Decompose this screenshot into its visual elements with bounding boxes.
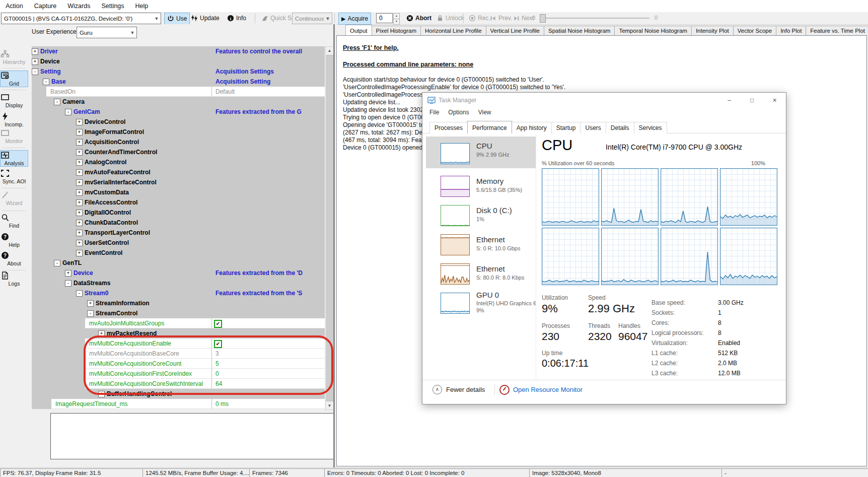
grid-row[interactable]: -Stream0Features extracted from the 'S — [32, 288, 325, 298]
maximize-button[interactable]: □ — [741, 93, 763, 108]
spinner-up-icon[interactable]: ▲ — [393, 13, 400, 19]
grid-row[interactable]: +mvAutoFeatureControl — [32, 167, 325, 177]
grid-row[interactable]: mvMultiCoreAcquisitionCoreCount5 — [32, 359, 325, 369]
collapse-minus-icon[interactable]: - — [43, 79, 49, 85]
rail-item-sync-aoi[interactable]: Sync. AOI — [1, 169, 28, 184]
expand-plus-icon[interactable]: + — [76, 129, 83, 135]
expand-plus-icon[interactable]: + — [98, 330, 105, 337]
property-value-cell[interactable] — [211, 338, 325, 349]
grid-row[interactable]: -BaseAcquisition Setting — [32, 77, 325, 87]
expand-plus-icon[interactable]: + — [87, 300, 94, 307]
rail-item-hierarchy[interactable]: Hierarchy — [1, 49, 28, 65]
grid-row[interactable]: +DigitalIOControl — [32, 208, 325, 218]
tm-menu-options[interactable]: Options — [448, 109, 469, 116]
grid-row[interactable]: +DriverFeatures to control the overall — [32, 46, 325, 56]
tm-sidebar-ethernet[interactable]: EthernetS: 0 R: 10.0 Gbps — [426, 230, 536, 257]
grid-row[interactable]: +StreamInformation — [32, 298, 325, 308]
rail-item-grid[interactable]: Grid — [0, 71, 28, 87]
collapse-minus-icon[interactable]: - — [54, 260, 60, 266]
grid-row[interactable]: +mvPacketResend — [32, 328, 325, 338]
user-experience-select[interactable]: Guru ▼ — [77, 27, 137, 38]
tab-vector-scope[interactable]: Vector Scope — [733, 26, 776, 35]
use-button[interactable]: Use — [164, 13, 190, 25]
collapse-minus-icon[interactable]: - — [65, 109, 71, 115]
expand-plus-icon[interactable]: + — [76, 189, 83, 196]
tab-output[interactable]: Output — [345, 25, 372, 35]
grid-row[interactable]: mvMultiCoreAcquisitionEnable✔ — [32, 338, 325, 349]
tab-temporal-noise-histogram[interactable]: Temporal Noise Histogram — [614, 26, 692, 35]
tm-sidebar-ethernet[interactable]: EthernetS: 80.0 R: 8.0 Kbps — [426, 259, 536, 287]
expand-plus-icon[interactable]: + — [65, 270, 71, 277]
panel-splitter[interactable] — [333, 24, 335, 467]
minimize-button[interactable]: – — [718, 93, 741, 108]
scroll-down-icon[interactable]: ▼ — [326, 402, 333, 410]
device-selector[interactable]: GT000015 | (BVS CA-GT1-0162ZG, DeviceID:… — [1, 13, 161, 24]
task-manager-titlebar[interactable]: Task Manager – □ × — [422, 93, 786, 108]
grid-row[interactable]: +TransportLayerControl — [32, 228, 325, 238]
expand-plus-icon[interactable]: + — [98, 391, 105, 397]
property-value-cell[interactable] — [211, 369, 325, 379]
grid-row[interactable]: +mvCustomData — [32, 187, 325, 197]
rail-item-analysis[interactable]: Analysis — [0, 150, 28, 167]
tm-tab-processes[interactable]: Processes — [429, 122, 468, 133]
image-slider-track[interactable] — [540, 18, 649, 19]
expand-plus-icon[interactable]: + — [76, 250, 83, 256]
collapse-minus-icon[interactable]: - — [65, 280, 71, 287]
grid-row[interactable]: -GenTL — [32, 258, 325, 268]
menu-item-settings[interactable]: Settings — [96, 0, 129, 12]
collapse-minus-icon[interactable]: - — [54, 99, 60, 105]
tm-tab-performance[interactable]: Performance — [467, 121, 512, 133]
acquire-button[interactable]: ▶ Acquire — [338, 13, 371, 25]
expand-plus-icon[interactable]: + — [76, 199, 83, 206]
grid-row[interactable]: +mvSerialInterfaceControl — [32, 177, 325, 187]
menu-item-action[interactable]: Action — [0, 0, 29, 12]
unlock-button[interactable]: Unlock — [434, 13, 467, 24]
tab-info-plot[interactable]: Info Plot — [776, 26, 806, 35]
grid-row[interactable]: mvAutoJoinMulticastGroups✔ — [32, 318, 325, 328]
tab-pixel-histogram[interactable]: Pixel Histogram — [372, 26, 421, 35]
fewer-details-button[interactable]: Fewer details — [446, 386, 485, 393]
grid-row[interactable]: BasedOnDefault — [32, 87, 325, 97]
expand-plus-icon[interactable]: + — [76, 159, 83, 166]
rail-item-about[interactable]: ?About — [1, 251, 28, 266]
grid-row[interactable]: +BufferHandlingControl — [32, 389, 325, 399]
info-button[interactable]: i Info — [225, 13, 249, 24]
expand-plus-icon[interactable]: + — [76, 210, 83, 216]
rail-item-find[interactable]: Find — [1, 213, 28, 229]
tab-intensity-plot[interactable]: Intensity Plot — [691, 26, 734, 35]
property-value-cell[interactable] — [211, 318, 325, 328]
scroll-up-icon[interactable]: ▲ — [326, 47, 333, 54]
tab-spatial-noise-histogram[interactable]: Spatial Noise Histogram — [544, 26, 615, 35]
close-button[interactable]: × — [763, 93, 786, 108]
tm-tab-startup[interactable]: Startup — [551, 122, 581, 133]
property-value-cell[interactable] — [211, 359, 325, 369]
open-resource-monitor-link[interactable]: Open Resource Monitor — [513, 386, 583, 393]
menu-item-help[interactable]: Help — [130, 0, 154, 12]
grid-row[interactable]: +Device — [32, 56, 325, 66]
grid-row[interactable]: -Camera — [32, 97, 325, 107]
acquisition-mode-select[interactable]: Continuous ▼ — [292, 13, 332, 24]
tm-menu-view[interactable]: View — [478, 109, 491, 116]
grid-row[interactable]: -SettingAcquisition Settings — [32, 66, 325, 77]
menu-item-wizards[interactable]: Wizards — [62, 0, 96, 12]
expand-plus-icon[interactable]: + — [76, 119, 83, 125]
checkbox-checked-icon[interactable]: ✔ — [214, 340, 222, 348]
collapse-minus-icon[interactable]: - — [87, 310, 94, 317]
menu-item-capture[interactable]: Capture — [29, 0, 62, 12]
grid-row[interactable]: ImageRequestTimeout_ms0 ms — [32, 399, 325, 409]
scrollbar-thumb[interactable] — [326, 55, 334, 401]
grid-row[interactable]: +EventControl — [32, 248, 325, 258]
grid-row[interactable]: +DeviceControl — [32, 117, 325, 127]
tm-sidebar-memory[interactable]: Memory5.6/15.8 GB (35%) — [426, 172, 536, 199]
collapse-minus-icon[interactable]: - — [32, 69, 38, 75]
tm-sidebar-disk-0-c-[interactable]: Disk 0 (C:)1% — [426, 201, 536, 228]
rail-item-display[interactable]: Display — [1, 93, 28, 108]
tm-menu-file[interactable]: File — [429, 109, 439, 116]
expand-plus-icon[interactable]: + — [76, 149, 83, 156]
rail-item-help[interactable]: ?Help — [1, 232, 28, 248]
grid-row[interactable]: +AnalogControl — [32, 157, 325, 167]
tm-tab-details[interactable]: Details — [606, 122, 634, 133]
tm-sidebar-gpu-0[interactable]: GPU 0Intel(R) UHD Graphics 69% — [426, 289, 536, 317]
rail-item-monitor[interactable]: Monitor — [1, 128, 28, 144]
tm-sidebar-cpu[interactable]: CPU9% 2.99 GHz — [426, 137, 536, 168]
